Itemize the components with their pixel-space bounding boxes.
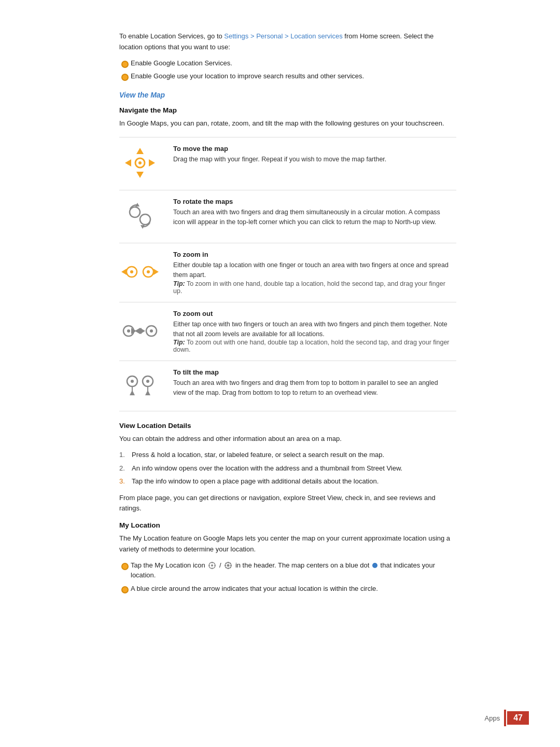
gesture-table: To move the map Drag the map with your f… [119, 137, 456, 411]
svg-point-25 [131, 380, 134, 383]
svg-marker-10 [121, 269, 127, 275]
svg-point-17 [127, 329, 130, 333]
svg-marker-2 [125, 159, 131, 167]
step-2: 2. An info window opens over the locatio… [119, 463, 456, 474]
gesture-icon-zoom-out [119, 302, 166, 361]
settings-link[interactable]: Settings > Personal > Location services [224, 32, 342, 40]
svg-point-21 [150, 329, 153, 333]
svg-marker-3 [149, 159, 155, 167]
footer-label: Apps [485, 714, 500, 722]
svg-marker-0 [136, 148, 144, 154]
step-3: 3. Tap the info window to open a place p… [119, 476, 456, 487]
gesture-icon-move [119, 137, 166, 190]
step-1: 1. Press & hold a location, star, or lab… [119, 450, 456, 460]
bullet-item-1: Enable Google Location Services. [119, 58, 456, 68]
svg-marker-23 [140, 328, 145, 334]
gesture-icon-rotate [119, 190, 166, 243]
svg-point-5 [138, 161, 142, 164]
svg-point-6 [130, 207, 140, 217]
gesture-row-tilt: To tilt the map Touch an area with two f… [119, 361, 456, 411]
my-location-bullets: Tap the My Location icon / [119, 560, 456, 594]
gesture-row-zoom-out: To zoom out Either tap once with two fin… [119, 302, 456, 361]
gesture-row-zoom-in: To zoom in Either double tap a location … [119, 243, 456, 302]
gesture-row-rotate: To rotate the maps Touch an area with tw… [119, 190, 456, 243]
gesture-icon-zoom-in [119, 243, 166, 302]
intro-paragraph: To enable Location Services, go to Setti… [119, 31, 456, 53]
gesture-text-zoom-in: To zoom in Either double tap a location … [166, 243, 456, 302]
gesture-text-move: To move the map Drag the map with your f… [166, 137, 456, 190]
gesture-text-zoom-out: To zoom out Either tap once with two fin… [166, 302, 456, 361]
view-map-heading: View the Map [119, 91, 456, 99]
svg-marker-1 [136, 172, 144, 178]
svg-marker-22 [135, 328, 140, 334]
navigate-map-heading: Navigate the Map [119, 106, 456, 114]
my-location-bullet-2: A blue circle around the arrow indicates… [119, 584, 456, 594]
svg-marker-13 [153, 269, 159, 275]
gesture-text-tilt: To tilt the map Touch an area with two f… [166, 361, 456, 411]
bullet-item-2: Enable Google use your location to impro… [119, 71, 456, 81]
page-footer: Apps 47 [485, 710, 529, 726]
footer-divider [504, 710, 506, 726]
view-location-body: You can obtain the address and other inf… [119, 434, 456, 445]
svg-point-12 [130, 270, 133, 273]
footer-page-number: 47 [507, 711, 529, 725]
svg-point-15 [147, 270, 150, 273]
intro-bullets: Enable Google Location Services. Enable … [119, 58, 456, 81]
view-location-closing: From place page, you can get directions … [119, 493, 456, 515]
svg-point-33 [211, 564, 213, 566]
svg-point-39 [227, 564, 230, 567]
svg-point-27 [146, 380, 149, 383]
gesture-text-rotate: To rotate the maps Touch an area with tw… [166, 190, 456, 243]
gesture-row-move: To move the map Drag the map with your f… [119, 137, 456, 190]
my-location-heading: My Location [119, 521, 456, 529]
my-location-bullet-1: Tap the My Location icon / [119, 560, 456, 580]
navigate-map-body: In Google Maps, you can pan, rotate, zoo… [119, 118, 456, 129]
my-location-body: The My Location feature on Google Maps l… [119, 533, 456, 555]
svg-point-7 [140, 214, 150, 225]
svg-point-48 [372, 563, 377, 568]
view-location-heading: View Location Details [119, 422, 456, 430]
location-steps: 1. Press & hold a location, star, or lab… [119, 450, 456, 487]
gesture-icon-tilt [119, 361, 166, 411]
